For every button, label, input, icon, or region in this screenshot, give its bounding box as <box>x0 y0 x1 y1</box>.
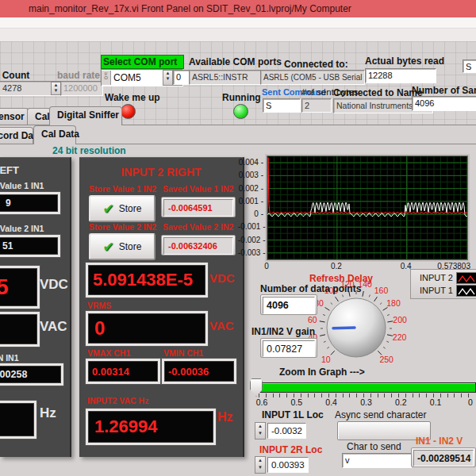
input-1l-loc-label: INPUT 1L Loc <box>262 409 324 420</box>
spinner-arrows-icon[interactable]: ▲▼ <box>255 456 266 474</box>
input1-saved2-display: 51 <box>0 235 60 257</box>
input-2r-loc-label: INPUT 2R Loc <box>259 444 322 455</box>
legend-waveform-icon <box>456 272 476 284</box>
input1-vac-unit: VAC <box>40 319 67 335</box>
input-2r-loc-control[interactable]: ▲▼ 0.00393 <box>255 456 309 474</box>
zoom-slider-tick: 0.1 <box>430 397 442 407</box>
graph-y-tick: 0.003 - <box>238 171 263 179</box>
input1-saved2-label: Saved Value 2 IN1 <box>0 224 44 233</box>
zoom-slider-track[interactable] <box>255 382 476 393</box>
actual-bytes-read-label: Actual bytes read <box>365 56 444 67</box>
svg-text:160: 160 <box>374 286 389 295</box>
input2-vac-unit: VAC <box>209 319 234 332</box>
window-title: main_monitor_Rev_17x.vi Front Panel on S… <box>29 0 351 17</box>
gain-field[interactable]: 0.07827 <box>260 338 317 358</box>
input2-hz-unit: Hz <box>217 410 233 424</box>
tab-cal-data[interactable]: Cal Data <box>33 125 76 144</box>
store1-label: Store Value 1 IN2 <box>89 184 156 194</box>
legend-label: INPUT 1 <box>420 286 453 295</box>
char-to-send-label: Char to send <box>347 441 401 452</box>
tab-sensor[interactable]: Sensor <box>0 108 29 125</box>
edge-cut-field[interactable]: S <box>463 60 476 73</box>
zoom-slider-tick: 0 <box>468 397 473 407</box>
input2-vac-display: 0 <box>86 311 208 346</box>
svg-text:220: 220 <box>393 332 407 342</box>
zoom-slider-tick: 0.5 <box>291 397 303 407</box>
input1-vdc-display: 5 <box>0 266 40 309</box>
input-2r-loc-field[interactable]: 0.00393 <box>267 457 309 473</box>
connected-to-field: ASRL5 (COM5 - USB Serial Port) <box>260 70 365 85</box>
loop-count-label: Loop Count <box>0 70 29 81</box>
graph-y-tick: 0 - <box>238 209 263 218</box>
svg-text:60: 60 <box>308 315 317 324</box>
legend-item[interactable]: INPUT 2 <box>413 271 476 284</box>
saved2-label: Saved Value 2 IN2 <box>163 222 233 232</box>
legend-item[interactable]: INPUT 1 <box>413 284 476 297</box>
graph-x-tick: 0.2 <box>331 262 342 271</box>
sent-command-field: S <box>263 98 301 113</box>
input2-hz-label: INPUT2 VAC Hz <box>87 396 148 405</box>
input2-hz-display: 1.26994 <box>86 409 216 445</box>
input1-saved1-label: Saved Value 1 IN1 <box>0 181 44 190</box>
graph-legend[interactable]: INPUT 2INPUT 1 <box>410 269 476 299</box>
svg-text:10: 10 <box>321 355 331 364</box>
vmax-ch1-display: 0.00314 <box>86 359 160 384</box>
menu-bar[interactable] <box>0 17 476 29</box>
store2-button-label: Store <box>119 241 142 252</box>
store2-label: Store Value 2 IN2 <box>89 222 156 232</box>
graph-y-tick: -0.002 - <box>238 236 263 244</box>
input1-vac-display <box>0 312 40 347</box>
input1-saved1-display: 9 <box>0 192 60 214</box>
input1-hz-unit: Hz <box>40 405 56 421</box>
svg-text:200: 200 <box>393 315 407 324</box>
baud-rate-label: baud rate <box>57 70 100 81</box>
baud-rate-field[interactable]: 1200000 <box>60 81 103 96</box>
running-label: Running <box>222 92 261 103</box>
legend-label: INPUT 2 <box>420 273 453 282</box>
number-of-samples-label: Number of Samples <box>412 85 476 96</box>
resolution-note: 24 bit resolution <box>52 145 126 156</box>
toolbar[interactable] <box>0 29 476 42</box>
svg-text:250: 250 <box>379 355 393 364</box>
store-value-2-button[interactable]: ✔ Store <box>89 233 155 260</box>
graph-y-tick: 0.001 - <box>238 197 263 205</box>
visa-io-icon: I/O <box>102 71 111 85</box>
graph-x-tick: 0 <box>264 262 269 271</box>
window-titlebar[interactable]: main_monitor_Rev_17x.vi Front Panel on S… <box>0 0 476 18</box>
input-1l-loc-control[interactable]: ▲▼ -0.0032 <box>255 422 306 440</box>
connected-to-label: Connected to: <box>284 59 348 70</box>
tab-cal[interactable]: Cal <box>27 108 51 125</box>
input-1l-loc-field[interactable]: -0.0032 <box>267 423 306 439</box>
input1-panel: INPUT 1 LEFT Saved Value 1 IN1 9 Saved V… <box>0 157 71 457</box>
running-led <box>233 104 248 119</box>
saved-value-2-display: -0.00632406 <box>161 235 236 255</box>
char-to-send-field[interactable]: v <box>342 453 412 468</box>
graph-y-tick: -0.003 - <box>238 248 263 257</box>
input2-panel: INPUT 2 RIGHT Store Value 1 IN2 Saved Va… <box>79 157 244 457</box>
input1-vmin-label: VMIN IN1 <box>0 353 19 363</box>
tab-digital-sniffer[interactable]: Digital Sniffer <box>49 106 122 125</box>
input1-vmin-display: -0.00258 <box>0 363 63 386</box>
input1-hz-display <box>0 401 36 439</box>
in1-in2-v-display: -0.00289514 <box>411 447 476 467</box>
com-index-spinner[interactable]: ▲▼ <box>163 70 173 86</box>
store-value-1-button[interactable]: ✔ Store <box>89 195 155 222</box>
spinner-arrows-icon[interactable]: ▲▼ <box>255 422 266 440</box>
graph-y-tick: 0.002 - <box>238 184 263 193</box>
labview-front-panel: main_monitor_Rev_17x.vi Front Panel on S… <box>0 0 476 476</box>
data-points-field[interactable]: 4096 <box>260 294 317 315</box>
tab-record-data[interactable]: Record Data <box>0 127 33 144</box>
zoom-slider-tick: 0.4 <box>325 397 337 407</box>
input1-title: INPUT 1 LEFT <box>0 164 19 176</box>
wake-me-up-led[interactable] <box>121 104 136 119</box>
svg-text:180: 180 <box>386 298 401 308</box>
zoom-slider-label: Zoom In Graph ---> <box>279 367 365 378</box>
gain-label: IN1/IN2 V gain <box>251 326 315 337</box>
vmin-ch1-label: VMIN CH1 <box>163 348 203 358</box>
input2-vdc-display: 5.091438E-5 <box>86 263 208 298</box>
waveform-graph <box>267 155 468 260</box>
number-of-samples-field[interactable]: 4096 <box>412 96 476 111</box>
vrms-label: VRMS <box>87 301 111 310</box>
checkmark-icon: ✔ <box>103 201 114 217</box>
select-com-port-label: Select COM port <box>101 55 184 69</box>
